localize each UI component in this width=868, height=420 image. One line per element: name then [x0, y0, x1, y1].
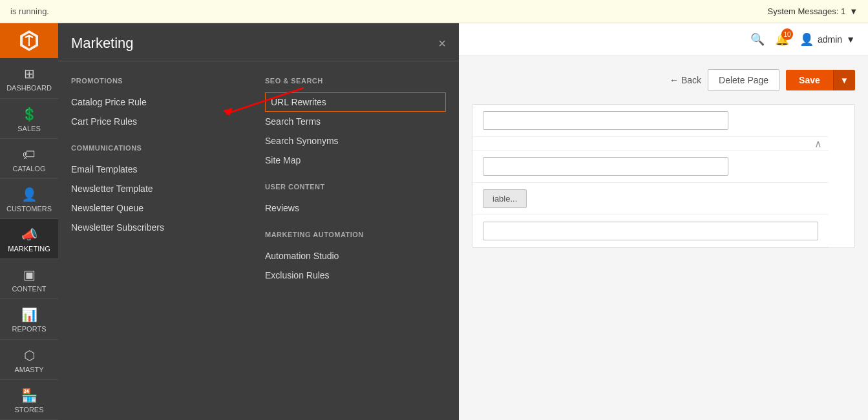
system-messages[interactable]: System Messages: 1 ▼	[767, 6, 858, 16]
reports-icon: 📊	[21, 307, 37, 322]
magento-logo[interactable]	[0, 23, 58, 58]
back-button[interactable]: ← Back	[670, 75, 701, 85]
sidebar-item-dashboard-label: DASHBOARD	[6, 84, 52, 92]
communications-section-title: Communications	[71, 144, 252, 152]
marketing-icon: 📣	[21, 227, 37, 242]
user-label: admin	[818, 34, 842, 45]
user-content-section-title: User Content	[265, 183, 446, 191]
content-icon: ▣	[23, 267, 36, 282]
menu-item-search-terms[interactable]: Search Terms	[265, 112, 446, 131]
marketing-panel-header: Marketing ×	[58, 23, 459, 61]
sidebar-item-dashboard[interactable]: ⊞ DASHBOARD	[0, 58, 58, 98]
sidebar-item-content[interactable]: ▣ CONTENT	[0, 259, 58, 299]
save-button-group: Save ▼	[786, 70, 855, 90]
form-row-1	[472, 105, 829, 137]
delete-page-button[interactable]: Delete Page	[708, 69, 779, 91]
panel-columns: Promotions Catalog Price Rule Cart Price…	[58, 61, 459, 420]
sidebar-item-customers[interactable]: 👤 CUSTOMERS	[0, 179, 58, 219]
menu-item-newsletter-template[interactable]: Newsletter Template	[71, 179, 252, 198]
notifications-badge: 10	[781, 28, 793, 40]
amasty-icon: ⬡	[24, 348, 35, 363]
menu-item-search-synonyms[interactable]: Search Synonyms	[265, 131, 446, 151]
collapse-icon[interactable]: ∧	[814, 138, 822, 150]
sidebar-item-amasty[interactable]: ⬡ AMASTY	[0, 340, 58, 380]
menu-item-catalog-price-rule[interactable]: Catalog Price Rule	[71, 92, 252, 112]
user-dropdown-chevron: ▼	[846, 34, 855, 45]
dashboard-icon: ⊞	[24, 66, 35, 81]
customers-icon: 👤	[21, 187, 37, 202]
search-button[interactable]: 🔍	[750, 32, 765, 47]
save-dropdown-button[interactable]: ▼	[833, 70, 855, 90]
icon-sidebar: ⊞ DASHBOARD 💲 SALES 🏷 CATALOG 👤 CUSTOMER…	[0, 23, 58, 420]
sidebar-item-content-label: CONTENT	[12, 285, 46, 293]
marketing-panel-title: Marketing	[71, 35, 134, 52]
form-input-3[interactable]	[483, 222, 818, 240]
form-row-5	[472, 215, 829, 247]
form-row-3	[472, 151, 829, 183]
marketing-automation-section-title: Marketing Automation	[265, 231, 446, 238]
menu-item-cart-price-rules[interactable]: Cart Price Rules	[71, 112, 252, 131]
menu-item-reviews[interactable]: Reviews	[265, 198, 446, 218]
user-menu-button[interactable]: 👤 admin ▼	[799, 32, 855, 47]
sidebar-item-marketing[interactable]: 📣 MARKETING	[0, 219, 58, 259]
system-messages-chevron: ▼	[849, 6, 858, 16]
form-row-2: ∧	[472, 137, 829, 151]
menu-item-automation-studio[interactable]: Automation Studio	[265, 246, 446, 266]
sidebar-item-stores[interactable]: 🏪 STORES	[0, 380, 58, 420]
menu-item-email-templates[interactable]: Email Templates	[71, 160, 252, 179]
sidebar-item-customers-label: CUSTOMERS	[6, 205, 52, 213]
menu-item-url-rewrites[interactable]: URL Rewrites	[265, 92, 446, 112]
select-variable-button[interactable]: iable...	[483, 189, 527, 208]
notifications-button[interactable]: 🔔 10	[775, 32, 789, 47]
panel-col-left: Promotions Catalog Price Rule Cart Price…	[71, 74, 265, 407]
action-bar: ← Back Delete Page Save ▼	[472, 69, 855, 91]
save-button[interactable]: Save	[786, 70, 833, 90]
sidebar-item-sales[interactable]: 💲 SALES	[0, 99, 58, 139]
sidebar-item-catalog[interactable]: 🏷 CATALOG	[0, 139, 58, 179]
catalog-icon: 🏷	[23, 147, 36, 162]
sidebar-item-reports[interactable]: 📊 REPORTS	[0, 299, 58, 339]
main-header: 🔍 🔔 10 👤 admin ▼	[459, 23, 868, 56]
promotions-section-title: Promotions	[71, 77, 252, 85]
stores-icon: 🏪	[21, 388, 37, 403]
sidebar-item-sales-label: SALES	[17, 125, 40, 133]
menu-item-newsletter-queue[interactable]: Newsletter Queue	[71, 198, 252, 218]
sidebar-item-stores-label: STORES	[14, 406, 43, 414]
form-input-1[interactable]	[483, 111, 728, 130]
menu-item-newsletter-subscribers[interactable]: Newsletter Subscribers	[71, 218, 252, 237]
user-icon: 👤	[799, 32, 814, 47]
close-panel-button[interactable]: ×	[438, 37, 446, 50]
marketing-dropdown-panel: Marketing × Promotions Catalog Price Rul…	[58, 23, 459, 420]
sales-icon: 💲	[21, 107, 37, 122]
sidebar-item-amasty-label: AMASTY	[14, 366, 43, 374]
form-section-1: ∧ iable...	[472, 104, 855, 248]
menu-item-exclusion-rules[interactable]: Exclusion Rules	[265, 266, 446, 285]
sidebar-item-marketing-label: MARKETING	[8, 245, 50, 253]
topbar-message: is running.	[10, 6, 49, 16]
sidebar-item-catalog-label: CATALOG	[13, 165, 46, 173]
main-content: 🔍 🔔 10 👤 admin ▼ ← Back Delete Page Save…	[459, 23, 868, 420]
form-input-2[interactable]	[483, 157, 728, 176]
menu-item-site-map[interactable]: Site Map	[265, 151, 446, 170]
sidebar-item-reports-label: REPORTS	[12, 325, 47, 333]
panel-col-right: SEO & Search URL Rewrites Search Terms S…	[265, 74, 446, 407]
content-body: ← Back Delete Page Save ▼ ∧	[459, 56, 868, 420]
seo-search-section-title: SEO & Search	[265, 77, 446, 85]
form-row-4: iable...	[472, 183, 829, 215]
